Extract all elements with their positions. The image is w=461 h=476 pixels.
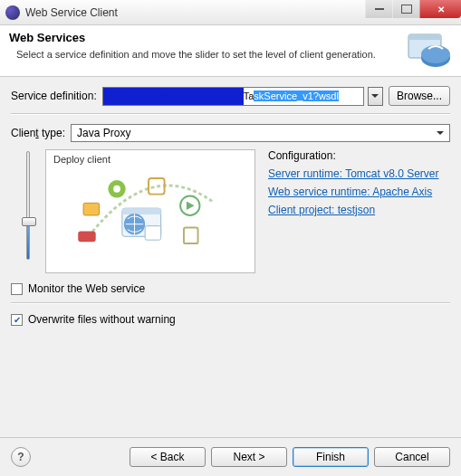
service-definition-value: TaskService_v1?wsdl [244, 90, 339, 101]
window-title: Web Service Client [25, 6, 118, 19]
svg-point-5 [113, 186, 120, 193]
separator [11, 113, 450, 115]
close-button[interactable] [419, 0, 461, 18]
monitor-checkbox-row: Monitor the Web service [11, 282, 450, 295]
overwrite-checkbox-row: Overwrite files without warning [11, 313, 450, 326]
slider-thumb[interactable] [22, 217, 36, 226]
separator-2 [11, 302, 450, 304]
client-type-label: Client type: [11, 127, 65, 139]
diagram-label: Deploy client [53, 154, 247, 165]
generation-slider[interactable] [11, 149, 45, 267]
configuration-title: Configuration: [268, 149, 450, 162]
help-button[interactable]: ? [11, 447, 31, 467]
service-definition-input[interactable]: TaskService_v1?wsdl [102, 87, 364, 106]
maximize-button[interactable] [392, 0, 419, 18]
diagram-panel: Deploy client [45, 149, 255, 273]
client-type-value: Java Proxy [77, 127, 130, 139]
banner-description: Select a service definition and move the… [9, 48, 399, 61]
svg-point-3 [421, 45, 450, 63]
banner: Web Services Select a service definition… [0, 25, 461, 77]
overwrite-checkbox[interactable] [11, 314, 23, 326]
banner-heading: Web Services [9, 31, 399, 44]
back-button[interactable]: < Back [130, 447, 206, 467]
cancel-button[interactable]: Cancel [374, 447, 450, 467]
svg-rect-11 [78, 231, 95, 242]
svg-marker-8 [187, 201, 195, 210]
svg-rect-6 [149, 178, 165, 195]
server-runtime-link[interactable]: Server runtime: Tomcat v8.0 Server [268, 167, 450, 180]
eclipse-icon [5, 5, 20, 20]
footer: ? < Back Next > Finish Cancel [0, 437, 461, 476]
svg-rect-1 [408, 34, 441, 40]
wizard-icon [407, 31, 452, 71]
svg-rect-15 [145, 226, 161, 241]
title-bar: Web Service Client [0, 0, 461, 25]
service-definition-dropdown[interactable] [368, 87, 383, 106]
ws-runtime-link[interactable]: Web service runtime: Apache Axis [268, 186, 450, 198]
svg-rect-13 [122, 208, 161, 214]
client-type-select[interactable]: Java Proxy [71, 124, 450, 142]
service-definition-label: Service definition: [11, 90, 97, 102]
client-type-row: Client type: Java Proxy [11, 124, 450, 142]
configuration-panel: Configuration: Server runtime: Tomcat v8… [255, 149, 450, 273]
overwrite-label: Overwrite files without warning [28, 313, 176, 326]
deploy-diagram-icon [53, 165, 247, 262]
finish-button[interactable]: Finish [293, 447, 369, 467]
monitor-label: Monitor the Web service [28, 282, 145, 295]
window-buttons [365, 0, 461, 18]
browse-button[interactable]: Browse... [389, 86, 450, 106]
next-button[interactable]: Next > [211, 447, 287, 467]
svg-rect-9 [184, 228, 198, 244]
monitor-checkbox[interactable] [11, 283, 23, 295]
client-project-link[interactable]: Client project: testjson [268, 204, 450, 216]
obscured-text [103, 87, 244, 106]
minimize-button[interactable] [365, 0, 392, 18]
service-definition-row: Service definition: TaskService_v1?wsdl … [11, 86, 450, 106]
svg-rect-10 [83, 203, 100, 215]
